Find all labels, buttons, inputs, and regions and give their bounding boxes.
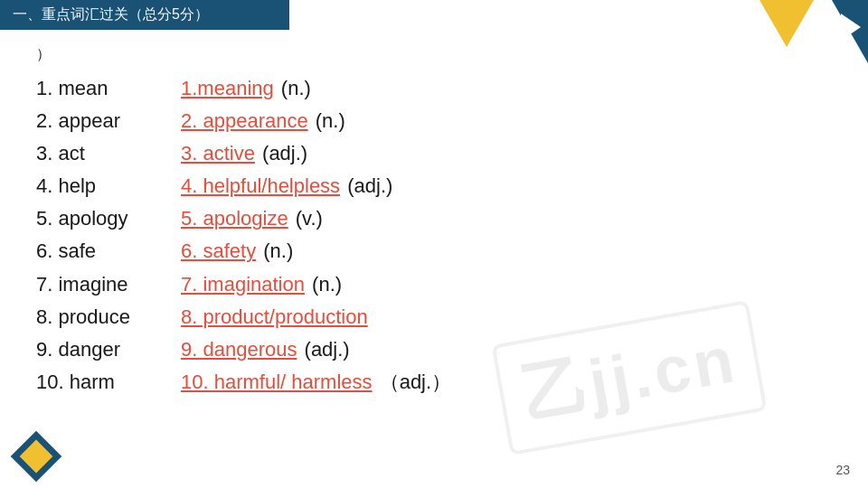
answer-row: 4. helpful/helpless (adj.) [181,171,470,202]
answer-text: 8. product/production [181,302,368,333]
pos-text: (adj.) [298,334,349,365]
vocab-answers-column: 1.meaning (n.) 2. appearance (n.) 3. act… [181,73,470,398]
answer-text: 5. apologize [181,203,288,234]
pos-text: (adj.) [257,138,307,169]
page-number: 23 [835,463,850,477]
answer-row: 3. active (adj.) [181,138,470,169]
answer-text: 1.meaning [181,73,274,104]
answer-row: 9. dangerous (adj.) [181,334,470,365]
main-content: ） 1. mean 2. appear 3. act 4. help 5. ap… [0,0,868,488]
pos-text: (adj.) [342,171,392,202]
deco-triangle-yellow [760,0,814,47]
list-item: 3. act [36,138,181,169]
list-item: 9. danger [36,334,181,365]
answer-row: 6. safety (n.) [181,236,470,267]
answer-row: 8. product/production [181,302,470,333]
list-item: 6. safe [36,236,181,267]
answer-text: 4. helpful/helpless [181,171,340,202]
pos-text: (v.) [290,203,323,234]
list-item: 1. mean [36,73,181,104]
pos-text: （adj.） [374,367,452,398]
answer-text: 9. dangerous [181,334,297,365]
arrow-right-icon [841,14,861,41]
answer-text: 2. appearance [181,106,308,136]
answer-text: 10. harmful/ harmless [181,367,373,398]
answer-row: 5. apologize (v.) [181,203,470,234]
list-item: 2. appear [36,106,181,136]
list-item: 4. help [36,171,181,202]
pos-text: (n.) [307,269,342,300]
subtitle: ） [36,45,832,64]
answer-text: 6. safety [181,236,256,267]
list-item: 5. apology [36,203,181,234]
answer-row: 2. appearance (n.) [181,106,470,136]
pos-text: (n.) [310,106,345,136]
header-bar: 一、重点词汇过关（总分5分） [0,0,289,30]
vocab-table: 1. mean 2. appear 3. act 4. help 5. apol… [36,73,832,398]
answer-row: 7. imagination (n.) [181,269,470,300]
vocab-words-column: 1. mean 2. appear 3. act 4. help 5. apol… [36,73,181,398]
list-item: 10. harm [36,367,181,398]
answer-row: 10. harmful/ harmless （adj.） [181,367,470,398]
answer-text: 3. active [181,138,255,169]
answer-row: 1.meaning (n.) [181,73,470,104]
list-item: 8. produce [36,302,181,333]
list-item: 7. imagine [36,269,181,300]
pos-text: (n.) [258,236,293,267]
pos-text: (n.) [276,73,311,104]
header-title: 一、重点词汇过关（总分5分） [13,6,209,22]
answer-text: 7. imagination [181,269,305,300]
